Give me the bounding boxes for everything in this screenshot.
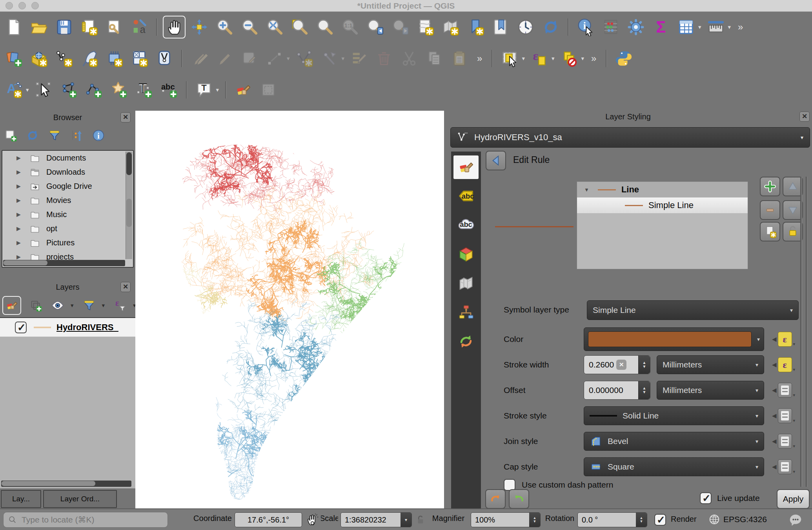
magnifier-spinbox[interactable]: 100%▲▼ [471,512,541,527]
layout-manager-tool[interactable] [103,16,126,38]
new-scratch-layer-tool[interactable] [103,47,126,70]
locator-search[interactable] [3,512,168,528]
duplicate-button[interactable] [760,222,780,241]
offset-input[interactable]: 0.000000 ▲▼ [584,381,650,400]
live-update-checkbox[interactable] [700,492,712,504]
browser-item-google-drive[interactable]: ▶ Google Drive [2,179,133,193]
chevron-right-icon[interactable]: ▶ [16,211,23,217]
pan-hand-tool[interactable] [163,16,186,38]
chevron-right-icon[interactable]: ▶ [16,239,23,246]
python-console-tool[interactable] [612,47,635,70]
browser-horizontal-scrollbar[interactable] [3,260,125,266]
new-virtual-layer-tool[interactable] [128,47,151,70]
dropdown-caret-icon[interactable]: ▾ [728,24,731,31]
layer-styling-tool[interactable] [232,79,255,101]
filter-legend-button[interactable] [82,298,96,313]
color-dropdown[interactable]: ▾ [584,327,764,351]
chevron-right-icon[interactable]: ▶ [16,183,23,189]
annotation-marker-tool[interactable] [107,79,130,101]
zoom-last-tool[interactable] [364,16,386,38]
chevron-right-icon[interactable]: ▶ [16,197,23,203]
dropdown-caret-icon[interactable]: ▾ [216,86,219,93]
render-checkbox[interactable] [654,514,666,526]
browser-item-downloads[interactable]: ▶ Downloads [2,165,133,179]
stroke_width-unit-dropdown[interactable]: Millimeters▾ [657,355,764,374]
annotation-select-tool[interactable] [32,79,55,101]
styling-tab-layer-styling[interactable] [453,155,479,179]
attribute-table-tool[interactable] [675,16,697,38]
redo-button[interactable] [509,489,529,509]
eye-button[interactable] [50,298,65,313]
add-vector-layer-tool[interactable] [27,47,50,70]
layer-visibility-checkbox[interactable] [15,322,27,333]
collapse-tree-button[interactable] [69,128,84,143]
new-geopackage-tool[interactable] [78,47,100,70]
dropdown-caret-icon[interactable]: ▾ [698,24,701,31]
stroke_width-override-button[interactable]: ◀ε▾ [772,356,797,374]
zoom-layer-tool[interactable] [288,16,311,38]
processing-gear-tool[interactable] [624,16,647,38]
browser-item-music[interactable]: ▶ Music [2,207,133,221]
rotation-spinbox[interactable]: 0.0 °▲▼ [577,512,647,527]
tree-row-simple-line[interactable]: Simple Line [577,197,748,213]
expression-filter-button[interactable]: ε [113,298,127,313]
layer-styling-button[interactable] [2,296,21,315]
browser-item-documents[interactable]: ▶ Documents [2,151,133,165]
dropdown-caret-icon[interactable]: ▾ [342,55,345,62]
zoom-selection-tool[interactable] [313,16,336,38]
zoom-full-tool[interactable] [263,16,286,38]
dropdown-caret-icon[interactable]: ▾ [552,55,555,62]
style-manager-tool[interactable]: a [128,16,151,38]
toolbar-overflow-button[interactable]: » [477,53,482,64]
crs-status[interactable]: EPSG:4326 [723,515,767,524]
text-balloon-tool[interactable]: T [193,79,215,101]
back-button[interactable] [486,151,506,170]
layers-close-icon[interactable]: ✕ [120,282,131,292]
styling-tab-label-tag[interactable]: abc [453,185,479,208]
properties-info-button[interactable]: i [91,128,106,143]
chevron-right-icon[interactable]: ▶ [16,155,23,161]
styling-tab-history[interactable] [453,330,479,353]
layer-row-hydrorivers[interactable]: HydroRIVERS_ [0,318,135,337]
annotation-text-tool[interactable]: T [133,79,155,101]
select-expression-tool[interactable]: ε [528,47,551,70]
bookmark-show-tool[interactable] [489,16,512,38]
refresh-tool[interactable] [539,16,562,38]
filter-browser-button[interactable] [47,128,62,143]
offset-unit-dropdown[interactable]: Millimeters▾ [657,381,764,400]
cap_style-override-button[interactable]: ◀▾ [772,458,797,476]
mouse-position-icon[interactable] [305,513,319,526]
browser-vertical-scrollbar[interactable] [126,152,132,259]
offset-override-button[interactable]: ◀▾ [772,381,797,399]
dropdown-caret-icon[interactable]: ▾ [71,302,74,309]
styling-tab-cube-3d[interactable] [453,243,479,266]
dock-tab-layer-order[interactable]: Layer Ord... [43,490,117,508]
join_style-override-button[interactable]: ◀▾ [772,432,797,450]
annotation-polygon-tool[interactable] [57,79,80,101]
measure-tool[interactable] [705,16,727,38]
apply-button[interactable]: Apply [777,489,810,509]
lock-scale-icon[interactable] [415,514,426,526]
stroke_width-stepper[interactable]: ▲▼ [638,356,650,374]
browser-item-opt[interactable]: ▶ opt [2,221,133,236]
panel-splitter[interactable] [806,177,808,487]
styling-tab-map-gray[interactable] [453,272,479,295]
locator-input[interactable] [21,515,163,525]
color-override-button[interactable]: ◀ε▾ [772,330,797,348]
tree-row-line[interactable]: ▼ Line [577,182,748,197]
dropdown-caret-icon[interactable]: ▾ [287,55,290,62]
file-new-tool[interactable] [2,16,25,38]
temporal-clock-tool[interactable] [514,16,537,38]
plus-green-button[interactable] [760,177,780,196]
new-mesh-layer-tool[interactable] [153,47,176,70]
stroke_style-override-button[interactable]: ◀▾ [772,407,797,425]
chevron-right-icon[interactable]: ▶ [16,254,23,260]
pan-selection-tool[interactable] [188,16,211,38]
symbol_layer_type-dropdown[interactable]: Simple Line▾ [587,300,799,320]
minus-tan-button[interactable] [760,200,780,220]
styling-tab-mask-abc[interactable]: abc [453,214,479,237]
toolbar-overflow-button[interactable]: » [591,53,596,64]
offset-stepper[interactable]: ▲▼ [638,381,650,399]
print-layout-new-tool[interactable] [78,16,100,38]
join_style-dropdown[interactable]: Bevel▾ [584,432,764,451]
